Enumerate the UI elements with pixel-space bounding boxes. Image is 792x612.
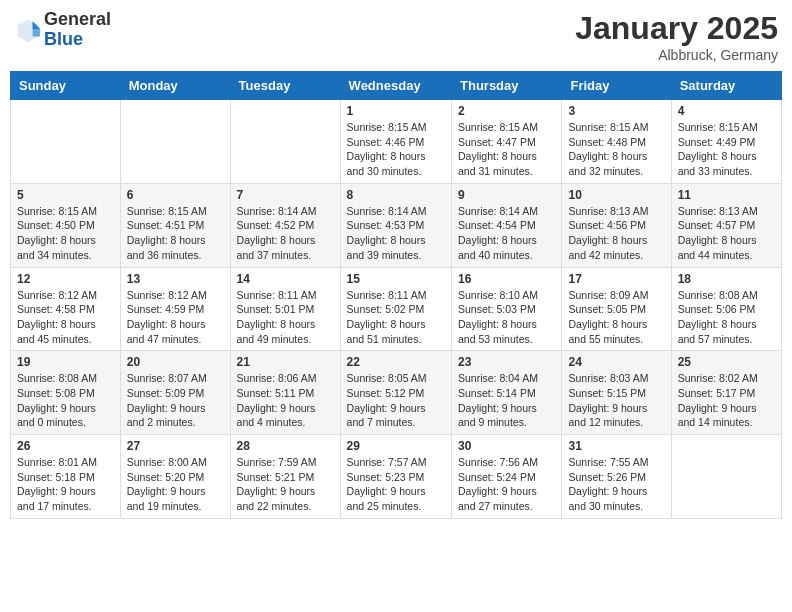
day-info: Sunrise: 8:01 AM Sunset: 5:18 PM Dayligh…	[17, 455, 114, 514]
weekday-header-saturday: Saturday	[671, 72, 781, 100]
day-number: 9	[458, 188, 555, 202]
week-row-4: 19Sunrise: 8:08 AM Sunset: 5:08 PM Dayli…	[11, 351, 782, 435]
calendar-cell	[671, 435, 781, 519]
day-number: 17	[568, 272, 664, 286]
day-number: 19	[17, 355, 114, 369]
calendar-cell: 3Sunrise: 8:15 AM Sunset: 4:48 PM Daylig…	[562, 100, 671, 184]
weekday-header-friday: Friday	[562, 72, 671, 100]
weekday-header-sunday: Sunday	[11, 72, 121, 100]
month-title: January 2025	[575, 10, 778, 47]
day-number: 26	[17, 439, 114, 453]
day-info: Sunrise: 8:15 AM Sunset: 4:49 PM Dayligh…	[678, 120, 775, 179]
logo-icon	[14, 16, 42, 44]
week-row-5: 26Sunrise: 8:01 AM Sunset: 5:18 PM Dayli…	[11, 435, 782, 519]
day-info: Sunrise: 8:12 AM Sunset: 4:58 PM Dayligh…	[17, 288, 114, 347]
calendar-cell: 19Sunrise: 8:08 AM Sunset: 5:08 PM Dayli…	[11, 351, 121, 435]
calendar-cell: 10Sunrise: 8:13 AM Sunset: 4:56 PM Dayli…	[562, 183, 671, 267]
day-number: 2	[458, 104, 555, 118]
logo-blue-text: Blue	[44, 30, 111, 50]
calendar-cell: 16Sunrise: 8:10 AM Sunset: 5:03 PM Dayli…	[452, 267, 562, 351]
day-info: Sunrise: 8:12 AM Sunset: 4:59 PM Dayligh…	[127, 288, 224, 347]
day-number: 18	[678, 272, 775, 286]
calendar-cell: 14Sunrise: 8:11 AM Sunset: 5:01 PM Dayli…	[230, 267, 340, 351]
day-number: 5	[17, 188, 114, 202]
day-info: Sunrise: 7:57 AM Sunset: 5:23 PM Dayligh…	[347, 455, 445, 514]
calendar-cell: 22Sunrise: 8:05 AM Sunset: 5:12 PM Dayli…	[340, 351, 451, 435]
calendar-cell: 23Sunrise: 8:04 AM Sunset: 5:14 PM Dayli…	[452, 351, 562, 435]
calendar-cell: 29Sunrise: 7:57 AM Sunset: 5:23 PM Dayli…	[340, 435, 451, 519]
day-info: Sunrise: 8:15 AM Sunset: 4:50 PM Dayligh…	[17, 204, 114, 263]
logo-text: General Blue	[44, 10, 111, 50]
day-info: Sunrise: 7:55 AM Sunset: 5:26 PM Dayligh…	[568, 455, 664, 514]
day-info: Sunrise: 8:09 AM Sunset: 5:05 PM Dayligh…	[568, 288, 664, 347]
calendar-cell: 20Sunrise: 8:07 AM Sunset: 5:09 PM Dayli…	[120, 351, 230, 435]
location: Albbruck, Germany	[575, 47, 778, 63]
day-info: Sunrise: 8:07 AM Sunset: 5:09 PM Dayligh…	[127, 371, 224, 430]
calendar-cell: 5Sunrise: 8:15 AM Sunset: 4:50 PM Daylig…	[11, 183, 121, 267]
day-number: 15	[347, 272, 445, 286]
day-info: Sunrise: 8:00 AM Sunset: 5:20 PM Dayligh…	[127, 455, 224, 514]
day-number: 10	[568, 188, 664, 202]
calendar-cell: 26Sunrise: 8:01 AM Sunset: 5:18 PM Dayli…	[11, 435, 121, 519]
day-info: Sunrise: 8:08 AM Sunset: 5:06 PM Dayligh…	[678, 288, 775, 347]
day-number: 6	[127, 188, 224, 202]
day-info: Sunrise: 8:03 AM Sunset: 5:15 PM Dayligh…	[568, 371, 664, 430]
page-header: General Blue January 2025 Albbruck, Germ…	[10, 10, 782, 63]
calendar-cell: 18Sunrise: 8:08 AM Sunset: 5:06 PM Dayli…	[671, 267, 781, 351]
day-number: 29	[347, 439, 445, 453]
day-number: 24	[568, 355, 664, 369]
day-info: Sunrise: 8:05 AM Sunset: 5:12 PM Dayligh…	[347, 371, 445, 430]
day-number: 16	[458, 272, 555, 286]
day-number: 13	[127, 272, 224, 286]
day-number: 21	[237, 355, 334, 369]
day-info: Sunrise: 8:15 AM Sunset: 4:51 PM Dayligh…	[127, 204, 224, 263]
calendar-cell	[230, 100, 340, 184]
title-block: January 2025 Albbruck, Germany	[575, 10, 778, 63]
day-number: 12	[17, 272, 114, 286]
calendar-cell: 24Sunrise: 8:03 AM Sunset: 5:15 PM Dayli…	[562, 351, 671, 435]
day-number: 22	[347, 355, 445, 369]
weekday-header-wednesday: Wednesday	[340, 72, 451, 100]
day-number: 1	[347, 104, 445, 118]
day-info: Sunrise: 8:15 AM Sunset: 4:48 PM Dayligh…	[568, 120, 664, 179]
day-info: Sunrise: 8:15 AM Sunset: 4:46 PM Dayligh…	[347, 120, 445, 179]
calendar-cell: 7Sunrise: 8:14 AM Sunset: 4:52 PM Daylig…	[230, 183, 340, 267]
day-info: Sunrise: 8:14 AM Sunset: 4:52 PM Dayligh…	[237, 204, 334, 263]
day-info: Sunrise: 8:13 AM Sunset: 4:56 PM Dayligh…	[568, 204, 664, 263]
calendar-cell: 1Sunrise: 8:15 AM Sunset: 4:46 PM Daylig…	[340, 100, 451, 184]
calendar-cell	[11, 100, 121, 184]
day-number: 11	[678, 188, 775, 202]
weekday-header-monday: Monday	[120, 72, 230, 100]
day-info: Sunrise: 8:15 AM Sunset: 4:47 PM Dayligh…	[458, 120, 555, 179]
day-number: 23	[458, 355, 555, 369]
day-number: 7	[237, 188, 334, 202]
week-row-3: 12Sunrise: 8:12 AM Sunset: 4:58 PM Dayli…	[11, 267, 782, 351]
weekday-header-tuesday: Tuesday	[230, 72, 340, 100]
day-number: 4	[678, 104, 775, 118]
day-info: Sunrise: 8:08 AM Sunset: 5:08 PM Dayligh…	[17, 371, 114, 430]
day-number: 27	[127, 439, 224, 453]
day-info: Sunrise: 8:10 AM Sunset: 5:03 PM Dayligh…	[458, 288, 555, 347]
calendar-cell: 31Sunrise: 7:55 AM Sunset: 5:26 PM Dayli…	[562, 435, 671, 519]
day-info: Sunrise: 8:11 AM Sunset: 5:02 PM Dayligh…	[347, 288, 445, 347]
day-info: Sunrise: 8:02 AM Sunset: 5:17 PM Dayligh…	[678, 371, 775, 430]
day-number: 25	[678, 355, 775, 369]
day-info: Sunrise: 8:14 AM Sunset: 4:54 PM Dayligh…	[458, 204, 555, 263]
calendar-cell: 11Sunrise: 8:13 AM Sunset: 4:57 PM Dayli…	[671, 183, 781, 267]
day-info: Sunrise: 8:04 AM Sunset: 5:14 PM Dayligh…	[458, 371, 555, 430]
day-number: 14	[237, 272, 334, 286]
calendar-table: SundayMondayTuesdayWednesdayThursdayFrid…	[10, 71, 782, 519]
calendar-cell: 28Sunrise: 7:59 AM Sunset: 5:21 PM Dayli…	[230, 435, 340, 519]
calendar-cell: 25Sunrise: 8:02 AM Sunset: 5:17 PM Dayli…	[671, 351, 781, 435]
day-info: Sunrise: 7:59 AM Sunset: 5:21 PM Dayligh…	[237, 455, 334, 514]
calendar-cell: 21Sunrise: 8:06 AM Sunset: 5:11 PM Dayli…	[230, 351, 340, 435]
calendar-cell: 9Sunrise: 8:14 AM Sunset: 4:54 PM Daylig…	[452, 183, 562, 267]
svg-marker-2	[33, 21, 40, 36]
week-row-2: 5Sunrise: 8:15 AM Sunset: 4:50 PM Daylig…	[11, 183, 782, 267]
day-number: 3	[568, 104, 664, 118]
logo-general: General	[44, 10, 111, 30]
day-info: Sunrise: 8:13 AM Sunset: 4:57 PM Dayligh…	[678, 204, 775, 263]
calendar-cell: 8Sunrise: 8:14 AM Sunset: 4:53 PM Daylig…	[340, 183, 451, 267]
week-row-1: 1Sunrise: 8:15 AM Sunset: 4:46 PM Daylig…	[11, 100, 782, 184]
day-number: 20	[127, 355, 224, 369]
